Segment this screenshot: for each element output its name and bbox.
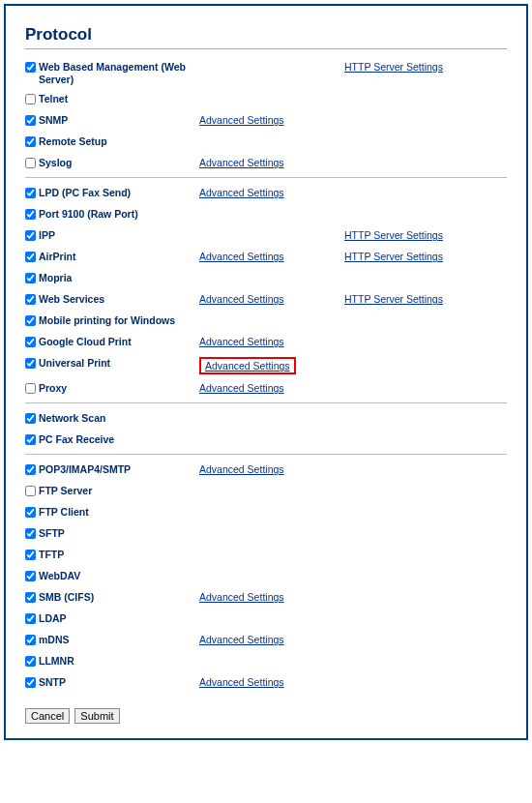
checkbox-smb-cifs[interactable]	[25, 592, 36, 603]
checkbox-llmnr[interactable]	[25, 656, 36, 667]
label-port9100: Port 9100 (Raw Port)	[39, 208, 138, 221]
advanced-settings-link-snmp[interactable]: Advanced Settings	[199, 114, 284, 126]
protocol-row-sftp: SFTP	[25, 523, 507, 545]
checkbox-lpd[interactable]	[25, 188, 36, 198]
label-sntp: SNTP	[39, 676, 66, 689]
advanced-settings-link-sntp[interactable]: Advanced Settings	[199, 676, 284, 688]
protocol-row-ldap: LDAP	[25, 609, 507, 630]
label-snmp: SNMP	[39, 114, 68, 127]
label-pop3-imap-smtp: POP3/IMAP4/SMTP	[39, 463, 131, 476]
checkbox-mopria[interactable]	[25, 273, 36, 283]
checkbox-ipp[interactable]	[25, 230, 36, 241]
protocol-row-webdav: WebDAV	[25, 566, 507, 587]
protocol-row-tftp: TFTP	[25, 545, 507, 566]
protocol-row-telnet: Telnet	[25, 89, 507, 110]
label-network-scan: Network Scan	[39, 412, 105, 425]
checkbox-remote-setup[interactable]	[25, 136, 36, 147]
http-server-settings-link-web-services[interactable]: HTTP Server Settings	[344, 293, 443, 305]
label-telnet: Telnet	[39, 93, 68, 105]
checkbox-syslog[interactable]	[25, 158, 36, 168]
label-mobile-printing: Mobile printing for Windows	[39, 314, 175, 327]
label-google-cloud: Google Cloud Print	[39, 336, 132, 348]
protocol-row-port9100: Port 9100 (Raw Port)	[25, 204, 507, 225]
advanced-settings-link-mdns[interactable]: Advanced Settings	[199, 634, 284, 645]
checkbox-ldap[interactable]	[25, 613, 36, 624]
protocol-row-google-cloud: Google Cloud PrintAdvanced Settings	[25, 332, 507, 353]
checkbox-mdns[interactable]	[25, 635, 36, 645]
label-proxy: Proxy	[39, 382, 67, 395]
advanced-settings-link-pop3-imap-smtp[interactable]: Advanced Settings	[199, 463, 284, 475]
protocol-row-mdns: mDNSAdvanced Settings	[25, 630, 507, 651]
section-divider	[25, 177, 507, 178]
label-remote-setup: Remote Setup	[39, 135, 107, 148]
label-mopria: Mopria	[39, 272, 72, 284]
cancel-button[interactable]: Cancel	[25, 708, 70, 724]
checkbox-tftp[interactable]	[25, 550, 36, 560]
checkbox-web-services[interactable]	[25, 294, 36, 305]
protocol-row-mopria: Mopria	[25, 268, 507, 289]
label-web-services: Web Services	[39, 293, 104, 306]
label-smb-cifs: SMB (CIFS)	[39, 591, 94, 604]
advanced-settings-link-universal-print[interactable]: Advanced Settings	[205, 360, 290, 372]
advanced-settings-link-syslog[interactable]: Advanced Settings	[199, 157, 284, 168]
protocol-row-web-based-mgmt: Web Based Management (Web Server)HTTP Se…	[25, 57, 507, 89]
http-server-settings-link-web-based-mgmt[interactable]: HTTP Server Settings	[344, 61, 443, 73]
advanced-settings-link-proxy[interactable]: Advanced Settings	[199, 382, 284, 394]
checkbox-ftp-server[interactable]	[25, 486, 36, 496]
label-airprint: AirPrint	[39, 251, 76, 263]
section-divider	[25, 454, 507, 455]
checkbox-universal-print[interactable]	[25, 358, 36, 369]
protocol-row-web-services: Web ServicesAdvanced SettingsHTTP Server…	[25, 289, 507, 311]
advanced-settings-link-google-cloud[interactable]: Advanced Settings	[199, 336, 284, 347]
label-mdns: mDNS	[39, 634, 70, 646]
checkbox-sntp[interactable]	[25, 677, 36, 688]
label-llmnr: LLMNR	[39, 655, 74, 668]
label-webdav: WebDAV	[39, 570, 80, 582]
checkbox-mobile-printing[interactable]	[25, 315, 36, 326]
label-tftp: TFTP	[39, 549, 64, 561]
label-sftp: SFTP	[39, 527, 65, 540]
http-server-settings-link-ipp[interactable]: HTTP Server Settings	[344, 229, 443, 241]
checkbox-network-scan[interactable]	[25, 413, 36, 424]
label-lpd: LPD (PC Fax Send)	[39, 187, 131, 199]
section-divider	[25, 402, 507, 403]
checkbox-airprint[interactable]	[25, 252, 36, 262]
protocol-row-sntp: SNTPAdvanced Settings	[25, 672, 507, 694]
protocol-row-lpd: LPD (PC Fax Send)Advanced Settings	[25, 183, 507, 204]
checkbox-ftp-client[interactable]	[25, 507, 36, 518]
advanced-settings-link-web-services[interactable]: Advanced Settings	[199, 293, 284, 305]
button-bar: Cancel Submit	[25, 708, 507, 724]
protocol-row-pc-fax-receive: PC Fax Receive	[25, 430, 507, 451]
checkbox-port9100[interactable]	[25, 209, 36, 220]
advanced-settings-link-lpd[interactable]: Advanced Settings	[199, 187, 284, 198]
checkbox-web-based-mgmt[interactable]	[25, 62, 36, 73]
protocol-settings-panel: Protocol Web Based Management (Web Serve…	[4, 4, 528, 740]
protocol-row-llmnr: LLMNR	[25, 651, 507, 672]
checkbox-snmp[interactable]	[25, 115, 36, 126]
protocol-row-snmp: SNMPAdvanced Settings	[25, 110, 507, 132]
checkbox-pc-fax-receive[interactable]	[25, 434, 36, 445]
label-web-based-mgmt: Web Based Management (Web Server)	[39, 61, 199, 85]
checkbox-pop3-imap-smtp[interactable]	[25, 464, 36, 475]
page-title: Protocol	[25, 25, 507, 45]
label-ftp-client: FTP Client	[39, 506, 89, 519]
label-pc-fax-receive: PC Fax Receive	[39, 433, 114, 446]
protocol-row-remote-setup: Remote Setup	[25, 132, 507, 153]
label-syslog: Syslog	[39, 157, 72, 169]
highlight-box: Advanced Settings	[199, 357, 296, 374]
advanced-settings-link-airprint[interactable]: Advanced Settings	[199, 251, 284, 262]
checkbox-proxy[interactable]	[25, 383, 36, 394]
protocol-row-universal-print: Universal PrintAdvanced Settings	[25, 353, 507, 378]
checkbox-sftp[interactable]	[25, 528, 36, 539]
label-ipp: IPP	[39, 229, 55, 242]
protocol-row-proxy: ProxyAdvanced Settings	[25, 378, 507, 400]
submit-button[interactable]: Submit	[74, 708, 119, 724]
checkbox-telnet[interactable]	[25, 94, 36, 104]
protocol-row-smb-cifs: SMB (CIFS)Advanced Settings	[25, 587, 507, 609]
checkbox-google-cloud[interactable]	[25, 337, 36, 347]
protocol-row-airprint: AirPrintAdvanced SettingsHTTP Server Set…	[25, 247, 507, 268]
advanced-settings-link-smb-cifs[interactable]: Advanced Settings	[199, 591, 284, 603]
label-ldap: LDAP	[39, 612, 67, 625]
checkbox-webdav[interactable]	[25, 571, 36, 581]
http-server-settings-link-airprint[interactable]: HTTP Server Settings	[344, 251, 443, 262]
